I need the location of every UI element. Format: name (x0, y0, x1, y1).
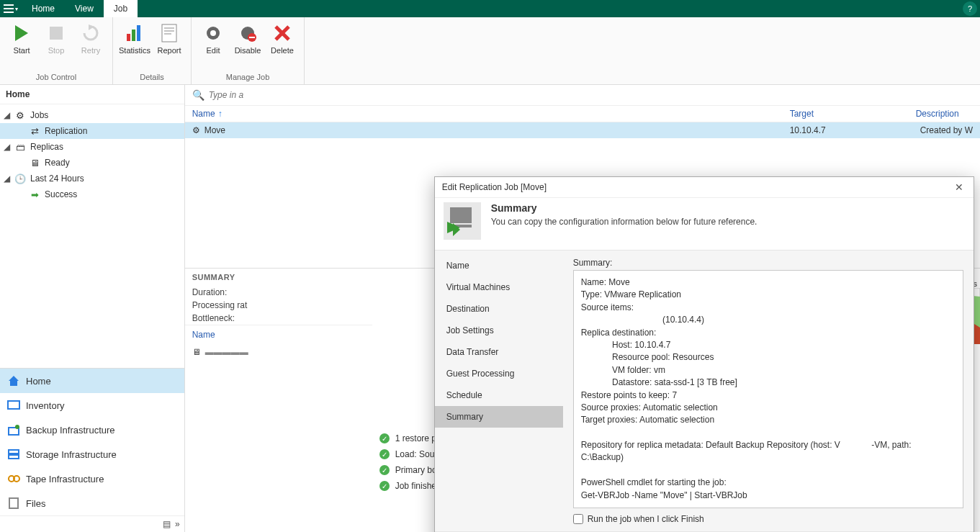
svg-rect-4 (50, 27, 63, 40)
report-button[interactable]: Report (152, 20, 186, 56)
wiz-summary[interactable]: Summary (435, 406, 563, 428)
tab-job[interactable]: Job (104, 0, 138, 17)
svg-marker-20 (9, 376, 19, 386)
col-target[interactable]: Target (790, 109, 916, 119)
nav-inventory[interactable]: Inventory (0, 393, 184, 418)
job-row[interactable]: ⚙Move 10.10.4.7 Created by W (185, 122, 980, 138)
tape-icon (7, 472, 20, 485)
group-managejob: Manage Job (192, 71, 304, 84)
tree-jobs[interactable]: ◢⚙Jobs (0, 107, 184, 123)
run-on-finish-label: Run the job when I click Finish (588, 514, 704, 524)
row-item[interactable]: ▬▬▬▬▬ (205, 347, 248, 357)
wiz-name[interactable]: Name (435, 255, 563, 276)
svg-rect-7 (132, 30, 135, 41)
group-jobcontrol: Job Control (0, 71, 112, 84)
run-on-finish-checkbox[interactable] (573, 514, 583, 524)
breadcrumb: Home (0, 85, 184, 104)
nav-more-icon[interactable]: » (175, 519, 180, 529)
tab-home[interactable]: Home (22, 0, 65, 17)
statistics-button[interactable]: Statistics (117, 20, 152, 56)
help-icon[interactable]: ? (963, 1, 977, 16)
nav-files[interactable]: Files (0, 491, 184, 515)
delete-icon (271, 22, 294, 45)
inventory-icon (7, 399, 20, 412)
success-icon: ➡ (29, 189, 40, 200)
retry-icon (79, 22, 102, 45)
left-panel: Home ◢⚙Jobs ⇄Replication ◢🗃Replicas 🖥Rea… (0, 85, 185, 532)
svg-rect-1 (4, 8, 14, 9)
col-name[interactable]: Name ↑ (192, 109, 790, 119)
app-menu-dropdown[interactable]: ▾ (0, 0, 22, 17)
nav-backup[interactable]: Backup Infrastructure (0, 418, 184, 442)
play-icon (10, 22, 33, 45)
name-column-header[interactable]: Name (185, 325, 372, 344)
wizard-nav: Name Virtual Machines Destination Job Se… (435, 251, 563, 531)
sort-asc-icon: ↑ (218, 109, 222, 119)
dialog-title: Edit Replication Job [Move] (442, 182, 547, 192)
svg-point-23 (15, 425, 19, 429)
nav-storage[interactable]: Storage Infrastructure (0, 442, 184, 466)
replicas-icon: 🗃 (14, 141, 26, 153)
summary-textbox[interactable]: Name: Move Type: VMware Replication Sour… (573, 270, 963, 508)
stop-icon (45, 22, 68, 45)
tree-replication[interactable]: ⇄Replication (0, 123, 184, 139)
svg-rect-2 (4, 12, 14, 13)
clock-icon: 🕒 (14, 173, 26, 184)
svg-rect-8 (137, 25, 140, 41)
wiz-job-settings[interactable]: Job Settings (435, 320, 563, 341)
wiz-guest-processing[interactable]: Guest Processing (435, 363, 563, 384)
svg-rect-9 (162, 24, 176, 42)
check-icon: ✓ (379, 465, 390, 475)
check-icon: ✓ (379, 449, 390, 459)
edit-replication-job-dialog: Edit Replication Job [Move] ✕ Summary Yo… (434, 176, 974, 532)
jobs-icon: ⚙ (14, 109, 26, 121)
tree-ready[interactable]: 🖥Ready (0, 155, 184, 171)
tab-view[interactable]: View (65, 0, 104, 17)
svg-rect-6 (127, 34, 130, 41)
job-description: Created by W (920, 125, 973, 135)
nav-collapse-icon[interactable]: ▤ (163, 519, 171, 529)
search-icon: 🔍 (192, 89, 204, 101)
dialog-header-subtitle: You can copy the configuration informati… (491, 217, 758, 227)
storage-icon (7, 448, 20, 461)
svg-rect-32 (450, 207, 472, 223)
ready-icon: 🖥 (29, 157, 40, 168)
nav-home[interactable]: Home (0, 369, 184, 393)
wiz-data-transfer[interactable]: Data Transfer (435, 341, 563, 363)
summary-icon (444, 202, 481, 240)
column-headers: Name ↑ Target Description (185, 106, 980, 122)
svg-marker-3 (15, 25, 28, 41)
tree-last24h[interactable]: ◢🕒Last 24 Hours (0, 171, 184, 186)
start-button[interactable]: Start (4, 20, 39, 56)
search-input[interactable] (209, 90, 252, 100)
retry-button: Retry (73, 20, 108, 56)
svg-rect-0 (4, 4, 14, 6)
disable-button[interactable]: Disable (230, 20, 265, 56)
gear-icon: ⚙ (192, 125, 200, 135)
check-icon: ✓ (379, 481, 390, 491)
svg-rect-17 (249, 37, 255, 38)
delete-button[interactable]: Delete (265, 20, 300, 56)
check-icon: ✓ (379, 433, 390, 443)
nav-sections: Home Inventory Backup Infrastructure Sto… (0, 368, 184, 532)
report-icon (158, 22, 181, 45)
tree-replicas[interactable]: ◢🗃Replicas (0, 139, 184, 155)
svg-rect-28 (9, 498, 18, 508)
home-icon (7, 374, 20, 387)
summary-label: Summary: (573, 258, 963, 268)
nav-tape[interactable]: Tape Infrastructure (0, 466, 184, 491)
svg-rect-21 (8, 401, 19, 409)
wiz-destination[interactable]: Destination (435, 298, 563, 320)
col-description[interactable]: Description (916, 109, 973, 119)
main-content: 🔍 Name ↑ Target Description ⚙Move 10.10.… (185, 85, 980, 532)
edit-button[interactable]: Edit (196, 20, 230, 56)
vm-icon: 🖥 (192, 347, 201, 357)
top-menu-bar: ▾ Home View Job ? (0, 0, 980, 17)
close-icon[interactable]: ✕ (952, 181, 966, 193)
svg-rect-25 (9, 455, 19, 459)
dialog-header-title: Summary (491, 202, 758, 214)
tree-success[interactable]: ➡Success (0, 186, 184, 202)
job-name: Move (204, 125, 225, 135)
wiz-schedule[interactable]: Schedule (435, 384, 563, 406)
wiz-virtual-machines[interactable]: Virtual Machines (435, 276, 563, 298)
